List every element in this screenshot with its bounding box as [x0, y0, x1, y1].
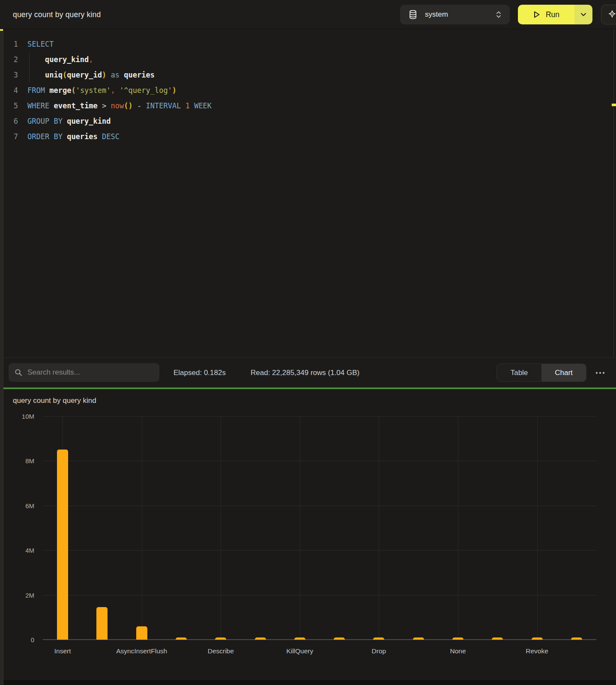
- vgridline: [142, 416, 142, 640]
- play-icon: [533, 10, 541, 19]
- sql-console-window: query count by query kind system: [0, 0, 616, 685]
- y-axis-tick-label: 6M: [25, 502, 34, 509]
- code-text: query_kind,: [27, 52, 93, 67]
- x-axis-tick-label: AsyncInsertFlush: [116, 647, 167, 655]
- code-text: WHERE event_time > now() - INTERVAL 1 WE…: [27, 98, 212, 113]
- chart-bar-drop[interactable]: [373, 637, 384, 640]
- line-number: 6: [3, 113, 18, 129]
- database-icon: [409, 10, 417, 19]
- chart-bar[interactable]: [334, 637, 345, 640]
- chart-bar[interactable]: [492, 637, 503, 640]
- code-line[interactable]: 3 uniq(query_id) as queries: [3, 67, 613, 83]
- elapsed-stat: Elapsed: 0.182s: [173, 358, 226, 388]
- chart-bar-killquery[interactable]: [294, 637, 305, 640]
- table-view-button[interactable]: Table: [497, 364, 541, 381]
- line-number: 4: [3, 83, 18, 98]
- chart-plot: 02M4M6M8M10MInsertAsyncInsertFlushDescri…: [43, 416, 596, 640]
- chart-bar-insert[interactable]: [57, 450, 68, 640]
- overview-ruler-marker: [612, 104, 616, 106]
- database-selector-value: system: [425, 10, 495, 19]
- chart-view-button[interactable]: Chart: [541, 364, 586, 381]
- search-icon: [15, 369, 22, 376]
- indent-guide: [29, 52, 30, 83]
- search-box[interactable]: [9, 363, 159, 382]
- code-text: ORDER BY queries DESC: [27, 129, 120, 144]
- ellipsis-icon: [595, 372, 605, 374]
- x-axis-tick-label: Insert: [54, 647, 71, 655]
- y-axis-tick-label: 10M: [22, 413, 34, 420]
- x-axis-tick-label: None: [450, 647, 466, 655]
- ai-assist-button[interactable]: [601, 5, 616, 24]
- search-results-input[interactable]: [27, 368, 147, 377]
- y-axis-tick-label: 0: [31, 636, 34, 643]
- sql-editor[interactable]: 1SELECT2 query_kind,3 uniq(query_id) as …: [3, 29, 613, 357]
- chart-bar-revoke[interactable]: [532, 637, 543, 640]
- run-button-label: Run: [546, 10, 559, 19]
- chart-title: query count by query kind: [13, 396, 96, 405]
- hgridline: [43, 550, 596, 551]
- chart-bar[interactable]: [96, 607, 108, 640]
- chart-bar[interactable]: [413, 637, 424, 640]
- vgridline: [221, 416, 221, 640]
- line-number: 7: [3, 129, 18, 144]
- chart-bar[interactable]: [255, 637, 266, 640]
- y-axis-tick-label: 4M: [25, 547, 34, 554]
- code-line[interactable]: 2 query_kind,: [3, 52, 613, 67]
- code-line[interactable]: 6GROUP BY query_kind: [3, 113, 613, 129]
- line-number: 3: [3, 67, 18, 83]
- code-text: FROM merge('system', '^query_log'): [27, 83, 176, 98]
- x-axis-tick-label: KillQuery: [286, 647, 313, 655]
- vgridline: [300, 416, 300, 640]
- code-text: SELECT: [27, 36, 54, 52]
- editor-code: 1SELECT2 query_kind,3 uniq(query_id) as …: [3, 36, 613, 144]
- chart-bar[interactable]: [176, 637, 187, 640]
- hgridline: [43, 595, 596, 596]
- vgridline: [379, 416, 379, 640]
- code-line[interactable]: 1SELECT: [3, 36, 613, 52]
- hgridline: [43, 461, 596, 461]
- hgridline: [43, 506, 596, 506]
- read-stat: Read: 22,285,349 rows (1.04 GB): [251, 358, 359, 388]
- topbar: query count by query kind system: [0, 0, 616, 29]
- view-toggle: Table Chart: [496, 363, 586, 382]
- more-options-button[interactable]: [592, 363, 609, 382]
- updown-chevron-icon: [495, 10, 502, 19]
- y-axis-tick-label: 2M: [25, 591, 34, 599]
- bottom-strip: [0, 680, 616, 685]
- chart-bar[interactable]: [571, 637, 582, 640]
- line-number: 5: [3, 98, 18, 113]
- chart-panel: query count by query kind 02M4M6M8M10MIn…: [0, 389, 616, 680]
- sparkle-icon: [607, 9, 616, 20]
- left-rail: [0, 28, 3, 685]
- x-axis-line: [43, 639, 596, 640]
- code-text: GROUP BY query_kind: [27, 113, 111, 129]
- code-line[interactable]: 4FROM merge('system', '^query_log'): [3, 83, 613, 98]
- editor-right-border: [613, 29, 614, 357]
- chart-bar-asyncinsertflush[interactable]: [136, 626, 147, 640]
- run-button-main[interactable]: Run: [518, 5, 574, 24]
- run-button[interactable]: Run: [518, 5, 592, 24]
- vgridline: [458, 416, 458, 640]
- vgridline: [537, 416, 538, 640]
- panel-resize-divider[interactable]: [0, 387, 616, 389]
- hgridline: [43, 416, 596, 417]
- chevron-down-icon: [580, 12, 586, 17]
- x-axis-tick-label: Revoke: [526, 647, 548, 655]
- code-line[interactable]: 7ORDER BY queries DESC: [3, 129, 613, 144]
- query-title: query count by query kind: [13, 0, 101, 29]
- results-toolbar: Elapsed: 0.182s Read: 22,285,349 rows (1…: [0, 357, 616, 387]
- chart-bar-describe[interactable]: [215, 637, 226, 640]
- code-text: uniq(query_id) as queries: [27, 67, 155, 83]
- line-number: 2: [3, 52, 18, 67]
- database-selector[interactable]: system: [400, 5, 510, 24]
- code-line[interactable]: 5WHERE event_time > now() - INTERVAL 1 W…: [3, 98, 613, 113]
- x-axis-tick-label: Describe: [208, 647, 234, 655]
- run-options-button[interactable]: [574, 5, 592, 24]
- x-axis-tick-label: Drop: [372, 647, 386, 655]
- chart-bar-none[interactable]: [452, 637, 463, 640]
- y-axis-tick-label: 8M: [25, 457, 34, 465]
- line-number: 1: [3, 36, 18, 52]
